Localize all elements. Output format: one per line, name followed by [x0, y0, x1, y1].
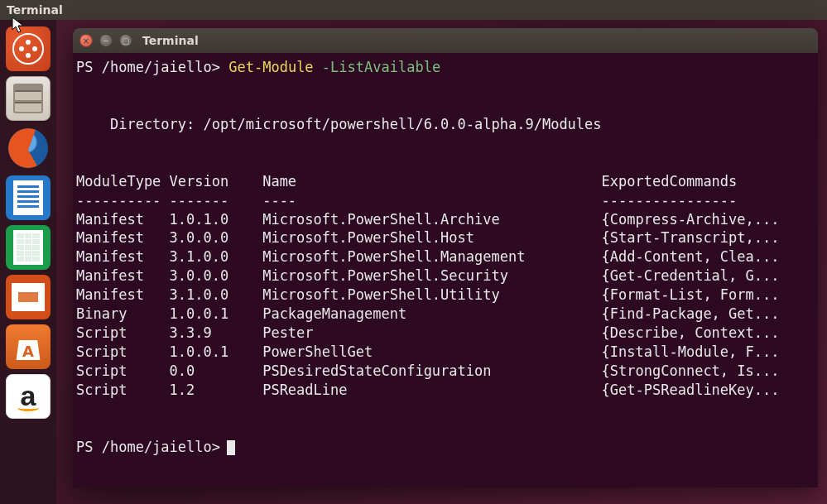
ps-prompt: PS /home/jaiello> — [76, 439, 220, 455]
table-row: Manifest 1.0.1.0 Microsoft.PowerShell.Ar… — [76, 210, 815, 229]
table-divider: ---------- ------- ---- ---------------- — [76, 191, 815, 210]
writer-icon[interactable] — [6, 175, 50, 220]
terminal-titlebar[interactable]: × − ▢ Terminal — [73, 28, 818, 53]
impress-icon[interactable] — [6, 275, 50, 319]
table-row: Script 3.3.9 Pester {Describe, Context..… — [76, 324, 815, 343]
ps-prompt: PS /home/jaiello> — [76, 59, 220, 75]
maximize-icon[interactable]: ▢ — [119, 34, 132, 47]
ps-command: Get-Module — [228, 59, 313, 75]
close-icon[interactable]: × — [79, 34, 93, 47]
table-header: ModuleType Version Name ExportedCommands — [76, 172, 815, 191]
menubar-appname: Terminal — [7, 3, 63, 17]
terminal-window: × − ▢ Terminal PS /home/jaiello> Get-Mod… — [73, 28, 818, 487]
terminal-cursor-icon — [227, 440, 235, 455]
table-row: Script 1.2 PSReadLine {Get-PSReadlineKey… — [76, 381, 815, 400]
table-row: Binary 1.0.0.1 PackageManagement {Find-P… — [76, 305, 815, 324]
ps-parameter: -ListAvailable — [322, 59, 440, 75]
table-row: Manifest 3.0.0.0 Microsoft.PowerShell.Ho… — [76, 228, 815, 247]
software-icon[interactable]: A — [6, 324, 50, 369]
minimize-icon[interactable]: − — [99, 34, 113, 47]
firefox-icon[interactable] — [6, 126, 50, 170]
calc-icon[interactable] — [6, 225, 50, 270]
directory-line: Directory: /opt/microsoft/powershell/6.0… — [76, 115, 815, 134]
table-row: Script 0.0 PSDesiredStateConfiguration {… — [76, 362, 815, 381]
terminal-output[interactable]: PS /home/jaiello> Get-Module -ListAvaila… — [73, 53, 818, 462]
files-icon[interactable] — [6, 76, 50, 121]
table-row: Manifest 3.0.0.0 Microsoft.PowerShell.Se… — [76, 266, 815, 286]
table-row: Script 1.0.0.1 PowerShellGet {Install-Mo… — [76, 343, 815, 362]
window-title: Terminal — [142, 34, 199, 47]
table-row: Manifest 3.1.0.0 Microsoft.PowerShell.Ma… — [76, 247, 815, 266]
amazon-icon[interactable]: a — [6, 374, 50, 419]
dash-icon[interactable] — [6, 26, 50, 71]
table-row: Manifest 3.1.0.0 Microsoft.PowerShell.Ut… — [76, 286, 815, 305]
unity-launcher: A a — [0, 20, 56, 504]
global-menubar[interactable]: Terminal — [0, 0, 827, 20]
